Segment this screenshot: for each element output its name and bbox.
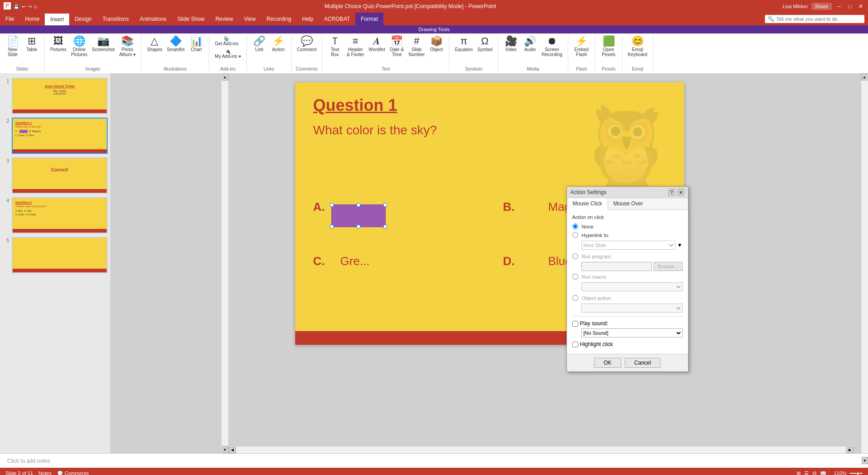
table-button[interactable]: ⊞ Table <box>23 35 41 53</box>
emoji-keyboard-button[interactable]: 😊 EmojiKeyboard <box>626 35 649 58</box>
chart-button[interactable]: 📊 Chart <box>187 35 205 53</box>
tab-insert[interactable]: Insert <box>45 13 69 25</box>
slide-number-button[interactable]: # SlideNumber <box>407 35 427 58</box>
hyperlink-select[interactable]: Next Slide <box>581 241 675 250</box>
notes-button[interactable]: Notes <box>38 470 52 475</box>
slide-img-4[interactable]: Question 2 A What color is the grass? A.… <box>12 197 108 233</box>
qat-present[interactable]: ▷ <box>34 4 38 9</box>
scroll-left-button[interactable]: ◀ <box>229 447 236 453</box>
runmacro-select[interactable] <box>581 282 683 291</box>
datetime-button[interactable]: 📅 Date &Time <box>388 35 406 58</box>
slide-img-5[interactable] <box>12 237 108 273</box>
highlight-click-checkbox[interactable] <box>572 342 578 347</box>
smartart-button[interactable]: 🔷 SmartArt <box>165 35 186 53</box>
tab-slideshow[interactable]: Slide Show <box>172 13 210 25</box>
selection-handle-br[interactable] <box>383 225 387 228</box>
selection-handle-tr[interactable] <box>383 203 387 207</box>
close-button[interactable]: ✕ <box>857 3 864 10</box>
radio-runprogram[interactable] <box>572 253 578 259</box>
header-footer-button[interactable]: ≡ Header& Footer <box>345 35 366 58</box>
tab-review[interactable]: Review <box>210 13 238 25</box>
tab-home[interactable]: Home <box>19 13 45 25</box>
answer-a-box[interactable] <box>331 204 386 227</box>
online-pictures-button[interactable]: 🌐 OnlinePictures <box>69 35 89 58</box>
slide-thumb-4[interactable]: 4 Question 2 A What color is the grass? … <box>2 196 108 234</box>
comments-button[interactable]: 💬 Comments <box>57 470 89 475</box>
vscroll-down[interactable]: ▼ <box>862 457 868 464</box>
search-input[interactable] <box>776 16 858 22</box>
radio-runmacro[interactable] <box>572 274 578 280</box>
video-button[interactable]: 🎥 Video <box>502 35 520 53</box>
new-slide-button[interactable]: 📄 NewSlide <box>4 35 22 58</box>
dialog-tab-mouseclick[interactable]: Mouse Click <box>567 198 608 210</box>
radio-none[interactable] <box>572 223 578 229</box>
slide-thumb-2[interactable]: 2 Question 1 What color is the sky? A. B… <box>2 117 108 155</box>
selection-handle-tm[interactable] <box>357 203 360 207</box>
dialog-help-button[interactable]: ? <box>668 189 675 196</box>
tab-recording[interactable]: Recording <box>261 13 297 25</box>
slide-img-1[interactable]: Quiz About Trivia Mrs. Smith 1/31/2019 <box>12 78 108 114</box>
comment-button[interactable]: 💬 Comment <box>295 35 318 53</box>
view-slidesorter-icon[interactable]: ⊟ <box>812 470 816 475</box>
equation-button[interactable]: π Equation <box>453 35 474 53</box>
play-sound-checkbox[interactable] <box>572 321 578 327</box>
my-addins-button[interactable]: 🔌 My Add-ins ▾ <box>213 48 242 60</box>
dialog-tab-mouseover[interactable]: Mouse Over <box>608 198 648 209</box>
screen-recording-button[interactable]: ⏺ ScreenRecording <box>540 35 564 58</box>
view-outline-icon[interactable]: ☰ <box>804 470 809 475</box>
screenshot-button[interactable]: 📷 Screenshot <box>90 35 117 53</box>
link-button[interactable]: 🔗 Link <box>250 35 269 53</box>
radio-objectaction[interactable] <box>572 295 578 301</box>
tab-help[interactable]: Help <box>297 13 319 25</box>
selection-handle-bl[interactable] <box>330 225 334 228</box>
qat-undo[interactable]: ↩ <box>22 4 25 9</box>
ok-button[interactable]: OK <box>594 358 621 368</box>
hyperlink-dropdown-icon[interactable]: ▼ <box>677 242 683 248</box>
share-button[interactable]: Share <box>811 3 832 10</box>
scroll-up-button[interactable]: ▲ <box>222 73 228 81</box>
tab-animations[interactable]: Animations <box>134 13 172 25</box>
radio-hyperlink[interactable] <box>572 232 578 238</box>
slide-thumb-3[interactable]: 3 Correct! <box>2 157 108 195</box>
get-addins-button[interactable]: 🏪 Get Add-ins <box>213 35 240 47</box>
action-button[interactable]: ⚡ Action <box>269 35 288 53</box>
object-button[interactable]: 📦 Object <box>427 35 445 53</box>
wordart-button[interactable]: 𝑨 WordArt <box>367 35 387 53</box>
view-normal-icon[interactable]: ⊞ <box>797 470 801 475</box>
slide-thumb-5[interactable]: 5 <box>2 236 108 274</box>
objectaction-select[interactable] <box>581 304 683 313</box>
browse-button[interactable]: Browse... <box>654 262 683 271</box>
slide-img-3[interactable]: Correct! <box>12 157 108 194</box>
tab-design[interactable]: Design <box>69 13 97 25</box>
view-reading-icon[interactable]: 📖 <box>820 470 826 475</box>
tab-transitions[interactable]: Transitions <box>97 13 134 25</box>
tab-file[interactable]: File <box>0 13 19 25</box>
qat-redo[interactable]: ↪ <box>28 4 32 9</box>
sound-select[interactable]: [No Sound] <box>581 328 683 337</box>
minimize-button[interactable]: ─ <box>835 3 843 10</box>
textbox-button[interactable]: Ｔ TextBox <box>326 35 344 58</box>
selection-handle-bm[interactable] <box>357 225 360 228</box>
open-pexels-button[interactable]: 🟩 OpenPexels <box>599 35 618 58</box>
symbol-button[interactable]: Ω Symbol <box>476 35 494 53</box>
scroll-right-button[interactable]: ▶ <box>846 447 854 453</box>
dialog-close-button[interactable]: ✕ <box>677 189 684 196</box>
runprogram-input[interactable] <box>581 262 652 271</box>
audio-button[interactable]: 🔊 Audio <box>521 35 539 53</box>
embed-flash-button[interactable]: ⚡ EmbedFlash <box>572 35 590 58</box>
zoom-slider[interactable]: ━━●━ <box>850 470 863 475</box>
scroll-down-button[interactable]: ▼ <box>222 446 228 453</box>
vscroll-up[interactable]: ▲ <box>861 73 868 81</box>
tab-view[interactable]: View <box>239 13 261 25</box>
restore-button[interactable]: □ <box>846 3 854 10</box>
tab-format[interactable]: Format <box>355 13 383 25</box>
cancel-button[interactable]: Cancel <box>625 358 660 368</box>
selection-handle-tl[interactable] <box>330 203 334 207</box>
pictures-button[interactable]: 🖼 Pictures <box>48 35 68 53</box>
photo-album-button[interactable]: 📚 PhotoAlbum ▾ <box>118 35 137 58</box>
slide-thumb-1[interactable]: 1 Quiz About Trivia Mrs. Smith 1/31/2019 <box>2 77 108 115</box>
shapes-button[interactable]: △ Shapes <box>145 35 164 53</box>
slide-img-2[interactable]: Question 1 What color is the sky? A. B. … <box>12 118 108 154</box>
notes-placeholder[interactable]: Click to add notes <box>7 458 50 464</box>
tab-acrobat[interactable]: ACROBAT <box>319 13 355 25</box>
